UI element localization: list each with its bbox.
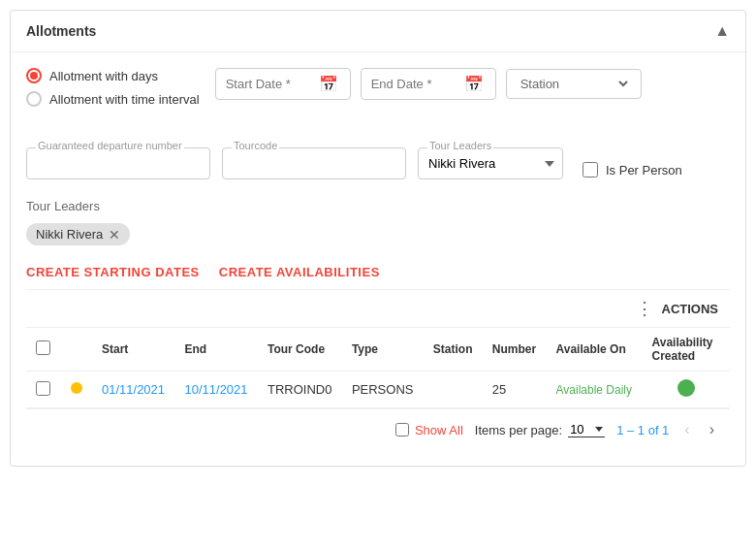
- per-person-label: Is Per Person: [606, 163, 682, 178]
- end-date-link[interactable]: 10/11/2021: [185, 382, 248, 397]
- table-section: ⋮ ACTIONS Start End Tour Code Type Stati…: [26, 290, 730, 450]
- end-date-input[interactable]: [371, 77, 458, 91]
- show-all-label[interactable]: Show All: [415, 423, 463, 437]
- tour-leader-tag: Nikki Rivera ✕: [26, 223, 130, 245]
- th-type: Type: [342, 328, 424, 372]
- radio-allotment-days[interactable]: Allotment with days: [26, 68, 200, 83]
- th-available-on: Available On: [547, 328, 643, 372]
- start-date-calendar-icon[interactable]: 📅: [319, 75, 338, 93]
- next-page-button[interactable]: ›: [706, 419, 718, 440]
- tour-leader-tag-name: Nikki Rivera: [36, 227, 103, 242]
- allotment-type-group: Allotment with days Allotment with time …: [26, 68, 200, 107]
- allotments-panel: Allotments ▲ Allotment with days Allotme…: [10, 10, 746, 467]
- create-starting-dates-link[interactable]: CREATE STARTING DATES: [26, 265, 200, 279]
- th-availability-created: Availability Created: [642, 328, 730, 372]
- row-start: 01/11/2021: [92, 372, 175, 408]
- row-station: [424, 372, 483, 408]
- tour-leaders-select[interactable]: Nikki Rivera: [418, 147, 563, 179]
- start-date-field: 📅: [215, 68, 351, 100]
- guaranteed-departure-input[interactable]: 5: [26, 147, 210, 179]
- th-checkbox: [26, 328, 61, 372]
- available-daily-text: Available Daily: [556, 383, 633, 397]
- start-date-input[interactable]: [226, 77, 313, 91]
- radio-days-label: Allotment with days: [49, 69, 158, 83]
- tourcode-label: Tourcode: [232, 140, 279, 151]
- allotments-table: Start End Tour Code Type Station Number …: [26, 327, 730, 408]
- radio-time-label: Allotment with time interval: [49, 92, 200, 107]
- three-dots-menu[interactable]: ⋮: [636, 298, 654, 319]
- tourcode-input[interactable]: TRROIND011121: [222, 147, 406, 179]
- show-all-section: Show All: [395, 423, 463, 437]
- guaranteed-departure-label: Guaranteed departure number: [36, 140, 184, 151]
- th-station: Station: [424, 328, 483, 372]
- items-per-page-select[interactable]: 10 25 50 100: [568, 422, 605, 437]
- table-body: 01/11/2021 10/11/2021 TRROIND0 PERSONS 2…: [26, 372, 730, 408]
- items-per-page-label: Items per page:: [475, 423, 562, 437]
- items-per-page-section: Items per page: 10 25 50 100: [475, 422, 605, 437]
- th-dot: [61, 328, 92, 372]
- end-date-calendar-icon[interactable]: 📅: [464, 75, 484, 93]
- row-number: 25: [483, 372, 547, 408]
- th-start: Start: [92, 328, 175, 372]
- date-station-row: 📅 📅 Station: [215, 68, 642, 100]
- form-row: Guaranteed departure number 5 Tourcode T…: [26, 138, 730, 179]
- radio-days-input[interactable]: [26, 68, 42, 83]
- radio-time-input[interactable]: [26, 91, 42, 107]
- per-person-checkbox[interactable]: [583, 162, 598, 178]
- availability-dot-green: [677, 379, 695, 397]
- create-availabilities-link[interactable]: CREATE AVAILABILITIES: [219, 265, 380, 279]
- page-info: 1 – 1 of 1: [616, 423, 669, 437]
- per-person-section: Is Per Person: [583, 162, 682, 179]
- actions-label: ACTIONS: [662, 302, 719, 316]
- panel-title: Allotments: [26, 23, 96, 39]
- collapse-icon[interactable]: ▲: [714, 22, 730, 40]
- table-row: 01/11/2021 10/11/2021 TRROIND0 PERSONS 2…: [26, 372, 730, 408]
- row-availability-created: [642, 372, 730, 408]
- guaranteed-departure-field: Guaranteed departure number 5: [26, 147, 210, 179]
- status-dot-yellow: [71, 382, 82, 394]
- th-number: Number: [483, 328, 547, 372]
- row-dot-cell: [61, 372, 92, 408]
- station-dropdown[interactable]: Station: [506, 69, 642, 99]
- show-all-checkbox[interactable]: [395, 423, 409, 437]
- panel-header: Allotments ▲: [11, 11, 745, 52]
- end-date-field: 📅: [361, 68, 496, 100]
- tour-leader-tag-close[interactable]: ✕: [109, 228, 120, 242]
- row-checkbox[interactable]: [36, 381, 50, 396]
- action-links: CREATE STARTING DATES CREATE AVAILABILIT…: [26, 265, 730, 290]
- row-end: 10/11/2021: [175, 372, 259, 408]
- pagination-row: Show All Items per page: 10 25 50 100 1 …: [26, 408, 730, 450]
- prev-page-button[interactable]: ‹: [680, 419, 693, 440]
- tour-leaders-field: Tour Leaders Nikki Rivera: [418, 147, 563, 179]
- station-select[interactable]: Station: [517, 76, 631, 92]
- tour-leaders-section: Tour Leaders Nikki Rivera ✕: [26, 199, 730, 245]
- th-end: End: [175, 328, 259, 372]
- tour-leaders-label: Tour Leaders: [427, 140, 493, 151]
- th-tour-code: Tour Code: [258, 328, 342, 372]
- row-type: PERSONS: [342, 372, 424, 408]
- row-tour-code: TRROIND0: [258, 372, 342, 408]
- radio-allotment-time-interval[interactable]: Allotment with time interval: [26, 91, 200, 107]
- panel-body: Allotment with days Allotment with time …: [11, 52, 745, 466]
- table-toolbar: ⋮ ACTIONS: [26, 290, 730, 327]
- tour-leaders-section-title: Tour Leaders: [26, 199, 730, 213]
- select-all-checkbox[interactable]: [36, 340, 50, 355]
- start-date-link[interactable]: 01/11/2021: [102, 382, 165, 397]
- table-header-row: Start End Tour Code Type Station Number …: [26, 328, 730, 372]
- tourcode-field: Tourcode TRROIND011121: [222, 147, 406, 179]
- row-available-on: Available Daily: [547, 372, 643, 408]
- row-checkbox-cell: [26, 372, 61, 408]
